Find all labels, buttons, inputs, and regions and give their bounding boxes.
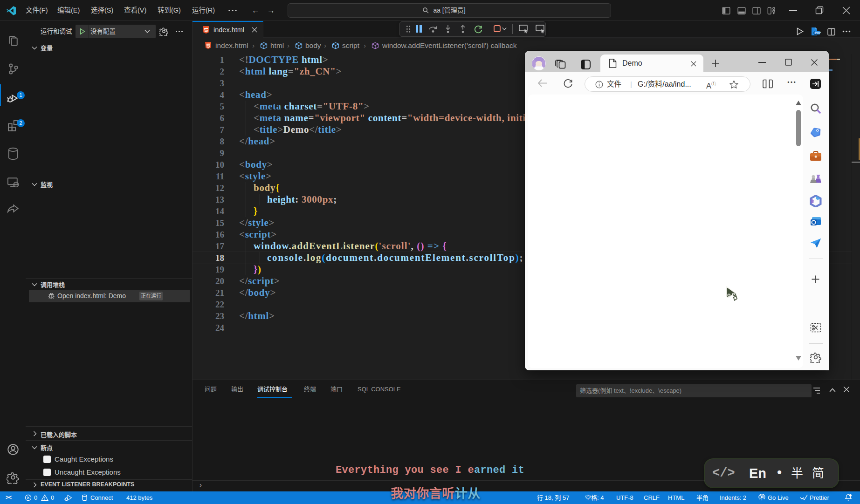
svg-text:PHP: PHP xyxy=(815,31,821,34)
